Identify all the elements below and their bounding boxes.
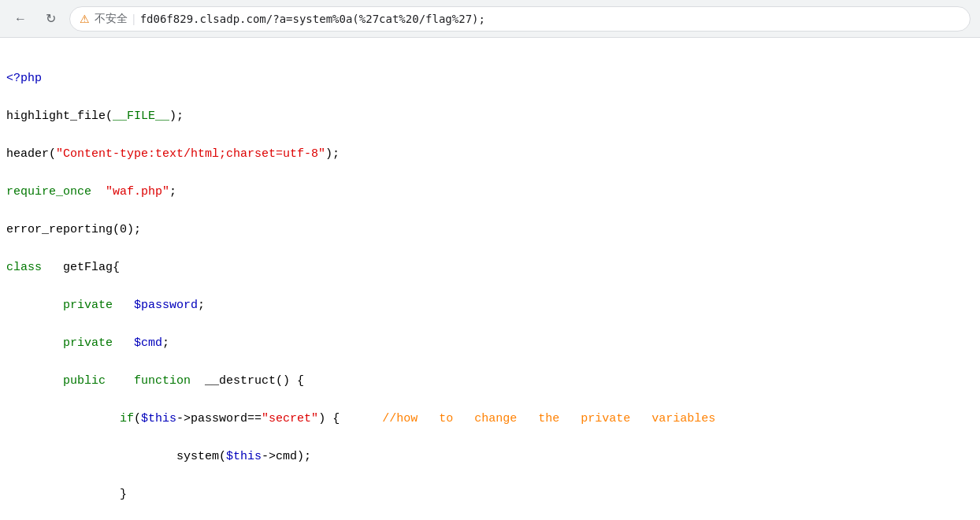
- separator: |: [132, 13, 135, 25]
- browser-toolbar: ← ↻ ⚠ 不安全 | fd06f829.clsadp.com/?a=syste…: [0, 0, 980, 38]
- security-warning-icon: ⚠: [80, 13, 90, 25]
- page-content: <?php highlight_file(__FILE__); header("…: [0, 38, 980, 520]
- reload-button[interactable]: ↻: [39, 8, 61, 30]
- security-label: 不安全: [95, 12, 128, 26]
- code-display: <?php highlight_file(__FILE__); header("…: [6, 50, 974, 520]
- address-bar[interactable]: ⚠ 不安全 | fd06f829.clsadp.com/?a=system%0a…: [69, 6, 971, 32]
- url-text: fd06f829.clsadp.com/?a=system%0a(%27cat%…: [140, 13, 485, 25]
- back-button[interactable]: ←: [9, 8, 32, 30]
